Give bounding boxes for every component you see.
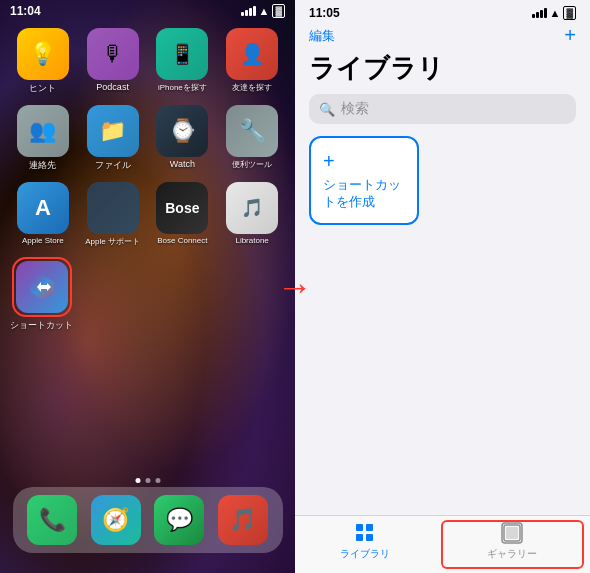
app-icon-safari: 🧭 [91, 495, 141, 545]
svg-rect-6 [506, 527, 518, 539]
search-bar[interactable]: 🔍 検索 [309, 94, 576, 124]
dock: 📞 🧭 💬 🎵 [13, 487, 283, 553]
wifi-icon-right: ▲ [550, 7, 561, 19]
header-right: 編集 + [295, 22, 590, 51]
app-label-files: ファイル [95, 159, 131, 172]
shortcuts-row: ショートカット [0, 255, 295, 338]
svg-rect-2 [356, 534, 363, 541]
arrow-icon: → [277, 266, 313, 307]
dock-phone[interactable]: 📞 [27, 495, 77, 545]
app-icon-libratone: 🎵 [226, 182, 278, 234]
app-label-libratone: Libratone [235, 236, 268, 245]
dock-music[interactable]: 🎵 [218, 495, 268, 545]
app-label-podcast: Podcast [96, 82, 129, 92]
app-watch[interactable]: ⌚ Watch [150, 105, 216, 172]
phone-left: 11:04 ▲ ▓ 💡 ヒント [0, 0, 295, 573]
add-button[interactable]: + [564, 24, 576, 47]
app-label-shortcuts: ショートカット [10, 319, 73, 332]
tab-library[interactable]: ライブラリ [295, 516, 435, 573]
dock-messages[interactable]: 💬 [154, 495, 204, 545]
app-icon-apple-support [87, 182, 139, 234]
svg-rect-1 [366, 524, 373, 531]
app-label-find-iphone: iPhoneを探す [158, 82, 207, 93]
signal-icon-right [532, 8, 547, 18]
edit-button[interactable]: 編集 [309, 27, 335, 45]
app-grid-row2: 👥 連絡先 📁 ファイル ⌚ Watch 🔧 便利ツール [0, 103, 295, 180]
shortcuts-svg-icon [27, 272, 57, 302]
app-icon-podcast: 🎙 [87, 28, 139, 80]
dock-safari[interactable]: 🧭 [91, 495, 141, 545]
app-icon-contacts: 👥 [17, 105, 69, 157]
app-apple-support[interactable]: Apple サポート [80, 182, 146, 247]
app-icon-music: 🎵 [218, 495, 268, 545]
app-icon-hint: 💡 [17, 28, 69, 80]
svg-rect-0 [356, 524, 363, 531]
app-files[interactable]: 📁 ファイル [80, 105, 146, 172]
app-label-bose: Bose Connect [157, 236, 207, 245]
battery-icon-right: ▓ [563, 6, 576, 20]
app-contacts[interactable]: 👥 連絡先 [10, 105, 76, 172]
status-icons-right: ▲ ▓ [532, 6, 576, 20]
wifi-icon: ▲ [259, 5, 270, 17]
app-find-friends[interactable]: 👤 友達を探す [219, 28, 285, 95]
page-dot-1 [135, 478, 140, 483]
app-find-iphone[interactable]: 📱 iPhoneを探す [150, 28, 216, 95]
app-icon-messages: 💬 [154, 495, 204, 545]
app-grid-row3: A Apple Store Apple サポート Bose Bose Conne… [0, 180, 295, 255]
app-icon-find-friends: 👤 [226, 28, 278, 80]
tab-library-label: ライブラリ [340, 547, 390, 561]
page-title: ライブラリ [295, 51, 590, 94]
app-icon-files: 📁 [87, 105, 139, 157]
tab-gallery-label: ギャラリー [487, 547, 537, 561]
status-bar-left: 11:04 ▲ ▓ [0, 0, 295, 20]
app-icon-bose: Bose [156, 182, 208, 234]
app-bose[interactable]: Bose Bose Connect [150, 182, 216, 247]
phones-wrapper: 11:04 ▲ ▓ 💡 ヒント [0, 0, 590, 573]
arrow-container: → [277, 266, 313, 308]
time-left: 11:04 [10, 4, 41, 18]
status-icons-left: ▲ ▓ [241, 4, 285, 18]
gallery-tab-icon [501, 522, 523, 544]
card-create-text: ショートカットを作成 [323, 177, 405, 211]
app-label-apple-support: Apple サポート [85, 236, 140, 247]
app-podcast[interactable]: 🎙 Podcast [80, 28, 146, 95]
app-grid-row1: 💡 ヒント 🎙 Podcast 📱 iPhoneを探す 👤 [0, 20, 295, 103]
app-label-contacts: 連絡先 [29, 159, 56, 172]
svg-rect-3 [366, 534, 373, 541]
app-label-appstore: Apple Store [22, 236, 64, 245]
app-label-find-friends: 友達を探す [232, 82, 272, 93]
search-placeholder-text: 検索 [341, 100, 369, 118]
app-label-watch: Watch [170, 159, 195, 169]
shortcuts-highlight-border [12, 257, 72, 317]
app-hint[interactable]: 💡 ヒント [10, 28, 76, 95]
app-icon-tools: 🔧 [226, 105, 278, 157]
phone-right: 11:05 ▲ ▓ 編集 + ライブラリ 🔍 検索 [295, 0, 590, 573]
app-icon-find-iphone: 📱 [156, 28, 208, 80]
app-label-tools: 便利ツール [232, 159, 272, 170]
search-icon: 🔍 [319, 102, 335, 117]
page-dot-3 [155, 478, 160, 483]
tab-gallery[interactable]: ギャラリー [441, 520, 585, 569]
time-right: 11:05 [309, 6, 340, 20]
tab-bar: ライブラリ ギャラリー [295, 515, 590, 573]
signal-icon [241, 6, 256, 16]
app-icon-shortcuts [16, 261, 68, 313]
app-icon-phone: 📞 [27, 495, 77, 545]
page-dots [135, 478, 160, 483]
app-icon-appstore: A [17, 182, 69, 234]
card-plus-icon: + [323, 150, 405, 173]
app-label-hint: ヒント [29, 82, 56, 95]
shortcut-create-card[interactable]: + ショートカットを作成 [309, 136, 419, 225]
app-appstore[interactable]: A Apple Store [10, 182, 76, 247]
library-tab-icon [354, 522, 376, 544]
shortcuts-container[interactable]: ショートカット [10, 257, 73, 332]
app-tools[interactable]: 🔧 便利ツール [219, 105, 285, 172]
app-libratone[interactable]: 🎵 Libratone [219, 182, 285, 247]
battery-icon: ▓ [272, 4, 285, 18]
page-dot-2 [145, 478, 150, 483]
status-bar-right: 11:05 ▲ ▓ [295, 0, 590, 22]
app-icon-watch: ⌚ [156, 105, 208, 157]
